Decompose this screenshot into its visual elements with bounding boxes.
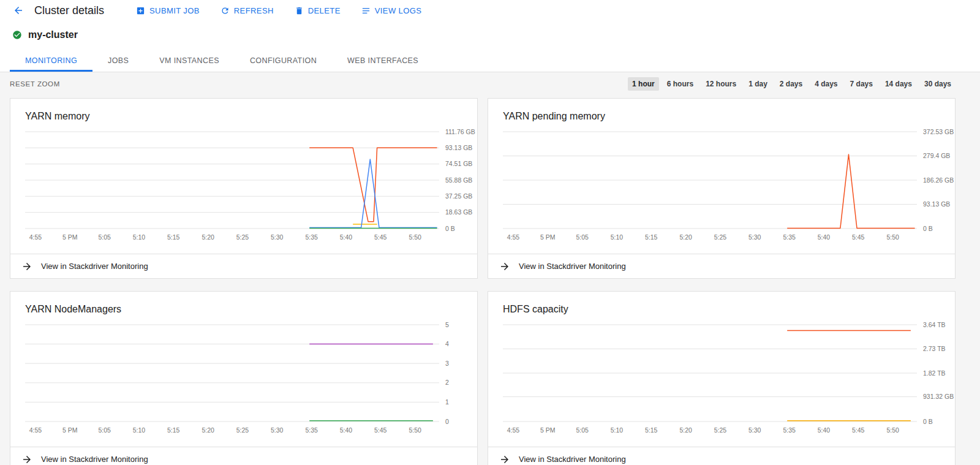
svg-text:5:10: 5:10 — [133, 233, 146, 241]
svg-text:5:10: 5:10 — [611, 233, 624, 241]
svg-text:93.13 GB: 93.13 GB — [445, 144, 472, 151]
spacer — [488, 246, 955, 254]
svg-text:5:15: 5:15 — [167, 426, 180, 434]
svg-text:5:50: 5:50 — [409, 233, 421, 241]
range-14-days[interactable]: 14 days — [881, 77, 916, 91]
tab-configuration[interactable]: CONFIGURATION — [235, 49, 332, 72]
chart-title: YARN NodeManagers — [10, 292, 477, 316]
tab-monitoring[interactable]: MONITORING — [10, 49, 92, 72]
card-yarn-pending-memory: YARN pending memory 372.53 GB279.4 GB186… — [488, 98, 956, 279]
svg-text:5 PM: 5 PM — [62, 426, 78, 434]
svg-text:372.53 GB: 372.53 GB — [923, 128, 954, 135]
svg-text:5:20: 5:20 — [202, 233, 214, 241]
card-yarn-nodemanagers: YARN NodeManagers 5432104:555 PM5:055:10… — [10, 291, 478, 465]
svg-text:5:15: 5:15 — [167, 233, 180, 241]
arrow-forward-icon — [21, 261, 32, 272]
svg-text:3: 3 — [445, 360, 449, 367]
svg-text:5:45: 5:45 — [374, 426, 387, 434]
svg-text:5:30: 5:30 — [271, 233, 284, 241]
svg-text:1: 1 — [445, 398, 449, 406]
svg-text:931.32 GB: 931.32 GB — [923, 393, 954, 400]
time-range-selector: 1 hour 6 hours 12 hours 1 day 2 days 4 d… — [628, 77, 956, 91]
svg-text:37.25 GB: 37.25 GB — [445, 192, 472, 200]
stackdriver-link[interactable]: View in Stackdriver Monitoring — [488, 447, 955, 465]
submit-job-button[interactable]: SUBMIT JOB — [136, 6, 200, 15]
svg-text:4:55: 4:55 — [507, 233, 520, 241]
svg-text:55.88 GB: 55.88 GB — [445, 176, 472, 184]
stackdriver-link-label: View in Stackdriver Monitoring — [41, 455, 148, 464]
refresh-button[interactable]: REFRESH — [221, 6, 274, 15]
yarn-memory-chart-canvas[interactable]: 111.76 GB93.13 GB74.51 GB55.88 GB37.25 G… — [10, 126, 477, 246]
svg-text:4: 4 — [445, 340, 449, 347]
svg-text:5:05: 5:05 — [576, 233, 589, 241]
yarn-pending-memory-chart-canvas[interactable]: 372.53 GB279.4 GB186.26 GB93.13 GB0 B4:5… — [488, 126, 955, 246]
tab-bar: MONITORING JOBS VM INSTANCES CONFIGURATI… — [0, 49, 980, 72]
chart-controls-bar: RESET ZOOM 1 hour 6 hours 12 hours 1 day… — [0, 72, 980, 96]
delete-icon — [295, 6, 304, 15]
range-1-day[interactable]: 1 day — [744, 77, 772, 91]
svg-text:5:15: 5:15 — [645, 426, 658, 434]
hdfs-capacity-chart-canvas[interactable]: 3.64 TB2.73 TB1.82 TB931.32 GB0 B4:555 P… — [488, 319, 955, 439]
card-hdfs-capacity: HDFS capacity 3.64 TB2.73 TB1.82 TB931.3… — [488, 291, 956, 465]
svg-text:5:10: 5:10 — [133, 426, 146, 434]
delete-button[interactable]: DELETE — [295, 6, 341, 15]
submit-job-label: SUBMIT JOB — [149, 6, 200, 15]
svg-text:1.82 TB: 1.82 TB — [923, 369, 946, 377]
svg-text:5 PM: 5 PM — [540, 233, 556, 241]
svg-text:5:40: 5:40 — [818, 233, 831, 241]
svg-text:111.76 GB: 111.76 GB — [445, 128, 475, 135]
arrow-forward-icon — [499, 261, 510, 272]
tab-jobs[interactable]: JOBS — [92, 49, 144, 72]
svg-text:5:25: 5:25 — [236, 233, 249, 241]
svg-text:5 PM: 5 PM — [540, 426, 556, 434]
back-button[interactable] — [10, 2, 27, 19]
reset-zoom-button[interactable]: RESET ZOOM — [10, 80, 60, 88]
svg-text:5:35: 5:35 — [783, 233, 796, 241]
svg-text:5:30: 5:30 — [748, 233, 761, 241]
tab-web-interfaces[interactable]: WEB INTERFACES — [332, 49, 434, 72]
page-title: Cluster details — [34, 4, 104, 17]
top-actions: SUBMIT JOB REFRESH DELETE VIEW LOGS — [136, 6, 421, 15]
stackdriver-link[interactable]: View in Stackdriver Monitoring — [10, 447, 477, 465]
range-2-days[interactable]: 2 days — [775, 77, 807, 91]
svg-text:5:20: 5:20 — [202, 426, 214, 434]
range-7-days[interactable]: 7 days — [846, 77, 877, 91]
view-logs-label: VIEW LOGS — [375, 6, 422, 15]
refresh-label: REFRESH — [234, 6, 274, 15]
svg-text:5:30: 5:30 — [748, 426, 761, 434]
yarn-nodemanagers-chart-canvas[interactable]: 5432104:555 PM5:055:105:155:205:255:305:… — [10, 319, 477, 439]
arrow-back-icon — [13, 5, 24, 16]
svg-text:5:45: 5:45 — [852, 426, 865, 434]
chart-title: YARN memory — [10, 99, 477, 123]
delete-label: DELETE — [308, 6, 341, 15]
range-6-hours[interactable]: 6 hours — [663, 77, 698, 91]
svg-text:5:15: 5:15 — [645, 233, 658, 241]
svg-text:5 PM: 5 PM — [62, 233, 78, 241]
range-1-hour[interactable]: 1 hour — [628, 77, 659, 91]
svg-text:0 B: 0 B — [923, 225, 933, 232]
charts-grid: YARN memory 111.76 GB93.13 GB74.51 GB55.… — [0, 96, 980, 465]
range-30-days[interactable]: 30 days — [920, 77, 956, 91]
cluster-details-page: Cluster details SUBMIT JOB REFRESH DELET… — [0, 0, 980, 465]
svg-text:4:55: 4:55 — [507, 426, 520, 434]
svg-text:5:10: 5:10 — [611, 426, 624, 434]
svg-text:0 B: 0 B — [445, 225, 455, 232]
svg-text:5:50: 5:50 — [409, 426, 421, 434]
stackdriver-link-label: View in Stackdriver Monitoring — [519, 262, 626, 271]
view-logs-button[interactable]: VIEW LOGS — [361, 6, 422, 15]
svg-text:5:40: 5:40 — [340, 426, 353, 434]
stackdriver-link[interactable]: View in Stackdriver Monitoring — [488, 254, 955, 278]
spacer — [488, 439, 955, 447]
range-4-days[interactable]: 4 days — [810, 77, 842, 91]
svg-text:186.26 GB: 186.26 GB — [923, 176, 954, 184]
svg-text:5:25: 5:25 — [236, 426, 249, 434]
svg-text:5:30: 5:30 — [271, 426, 284, 434]
svg-text:5:05: 5:05 — [98, 233, 111, 241]
arrow-forward-icon — [21, 454, 32, 465]
tab-vm-instances[interactable]: VM INSTANCES — [144, 49, 235, 72]
range-12-hours[interactable]: 12 hours — [701, 77, 741, 91]
stackdriver-link[interactable]: View in Stackdriver Monitoring — [10, 254, 477, 278]
cluster-header: my-cluster — [0, 21, 980, 49]
arrow-forward-icon — [499, 454, 510, 465]
stackdriver-link-label: View in Stackdriver Monitoring — [519, 455, 626, 464]
